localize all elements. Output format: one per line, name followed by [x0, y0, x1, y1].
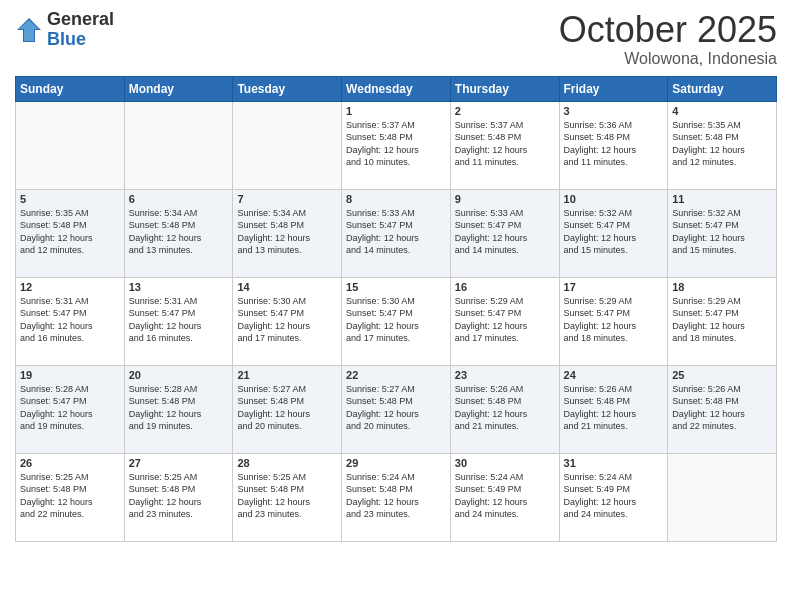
- day-info: Sunrise: 5:25 AMSunset: 5:48 PMDaylight:…: [129, 471, 229, 521]
- day-number: 27: [129, 457, 229, 469]
- day-info: Sunrise: 5:24 AMSunset: 5:49 PMDaylight:…: [455, 471, 555, 521]
- col-sunday: Sunday: [16, 76, 125, 101]
- calendar-cell: [16, 101, 125, 189]
- day-info: Sunrise: 5:35 AMSunset: 5:48 PMDaylight:…: [672, 119, 772, 169]
- day-number: 26: [20, 457, 120, 469]
- svg-marker-1: [19, 20, 39, 41]
- day-number: 10: [564, 193, 664, 205]
- day-info: Sunrise: 5:27 AMSunset: 5:48 PMDaylight:…: [346, 383, 446, 433]
- calendar-cell: 13Sunrise: 5:31 AMSunset: 5:47 PMDayligh…: [124, 277, 233, 365]
- calendar-cell: 30Sunrise: 5:24 AMSunset: 5:49 PMDayligh…: [450, 453, 559, 541]
- calendar-table: Sunday Monday Tuesday Wednesday Thursday…: [15, 76, 777, 542]
- logo-icon: [15, 16, 43, 44]
- day-number: 14: [237, 281, 337, 293]
- calendar-week-3: 12Sunrise: 5:31 AMSunset: 5:47 PMDayligh…: [16, 277, 777, 365]
- day-info: Sunrise: 5:26 AMSunset: 5:48 PMDaylight:…: [564, 383, 664, 433]
- calendar-cell: 7Sunrise: 5:34 AMSunset: 5:48 PMDaylight…: [233, 189, 342, 277]
- day-info: Sunrise: 5:26 AMSunset: 5:48 PMDaylight:…: [672, 383, 772, 433]
- col-wednesday: Wednesday: [342, 76, 451, 101]
- day-info: Sunrise: 5:37 AMSunset: 5:48 PMDaylight:…: [346, 119, 446, 169]
- calendar-cell: 11Sunrise: 5:32 AMSunset: 5:47 PMDayligh…: [668, 189, 777, 277]
- logo: General Blue: [15, 10, 114, 50]
- calendar-cell: 25Sunrise: 5:26 AMSunset: 5:48 PMDayligh…: [668, 365, 777, 453]
- day-number: 21: [237, 369, 337, 381]
- day-info: Sunrise: 5:29 AMSunset: 5:47 PMDaylight:…: [455, 295, 555, 345]
- calendar-cell: 3Sunrise: 5:36 AMSunset: 5:48 PMDaylight…: [559, 101, 668, 189]
- day-number: 2: [455, 105, 555, 117]
- day-info: Sunrise: 5:36 AMSunset: 5:48 PMDaylight:…: [564, 119, 664, 169]
- title-block: October 2025 Wolowona, Indonesia: [559, 10, 777, 68]
- day-number: 23: [455, 369, 555, 381]
- day-info: Sunrise: 5:30 AMSunset: 5:47 PMDaylight:…: [237, 295, 337, 345]
- day-number: 20: [129, 369, 229, 381]
- calendar-cell: 18Sunrise: 5:29 AMSunset: 5:47 PMDayligh…: [668, 277, 777, 365]
- day-info: Sunrise: 5:32 AMSunset: 5:47 PMDaylight:…: [564, 207, 664, 257]
- calendar-cell: 28Sunrise: 5:25 AMSunset: 5:48 PMDayligh…: [233, 453, 342, 541]
- day-info: Sunrise: 5:26 AMSunset: 5:48 PMDaylight:…: [455, 383, 555, 433]
- day-number: 9: [455, 193, 555, 205]
- day-info: Sunrise: 5:24 AMSunset: 5:49 PMDaylight:…: [564, 471, 664, 521]
- day-number: 7: [237, 193, 337, 205]
- day-number: 11: [672, 193, 772, 205]
- calendar-cell: 12Sunrise: 5:31 AMSunset: 5:47 PMDayligh…: [16, 277, 125, 365]
- location: Wolowona, Indonesia: [559, 50, 777, 68]
- day-info: Sunrise: 5:35 AMSunset: 5:48 PMDaylight:…: [20, 207, 120, 257]
- day-info: Sunrise: 5:31 AMSunset: 5:47 PMDaylight:…: [20, 295, 120, 345]
- calendar-cell: 26Sunrise: 5:25 AMSunset: 5:48 PMDayligh…: [16, 453, 125, 541]
- calendar-week-2: 5Sunrise: 5:35 AMSunset: 5:48 PMDaylight…: [16, 189, 777, 277]
- calendar-cell: 6Sunrise: 5:34 AMSunset: 5:48 PMDaylight…: [124, 189, 233, 277]
- day-info: Sunrise: 5:31 AMSunset: 5:47 PMDaylight:…: [129, 295, 229, 345]
- calendar-cell: 24Sunrise: 5:26 AMSunset: 5:48 PMDayligh…: [559, 365, 668, 453]
- col-monday: Monday: [124, 76, 233, 101]
- calendar-cell: 17Sunrise: 5:29 AMSunset: 5:47 PMDayligh…: [559, 277, 668, 365]
- calendar-cell: 21Sunrise: 5:27 AMSunset: 5:48 PMDayligh…: [233, 365, 342, 453]
- calendar-cell: 2Sunrise: 5:37 AMSunset: 5:48 PMDaylight…: [450, 101, 559, 189]
- day-info: Sunrise: 5:25 AMSunset: 5:48 PMDaylight:…: [20, 471, 120, 521]
- day-info: Sunrise: 5:33 AMSunset: 5:47 PMDaylight:…: [455, 207, 555, 257]
- col-tuesday: Tuesday: [233, 76, 342, 101]
- day-number: 6: [129, 193, 229, 205]
- page: General Blue October 2025 Wolowona, Indo…: [0, 0, 792, 612]
- day-info: Sunrise: 5:32 AMSunset: 5:47 PMDaylight:…: [672, 207, 772, 257]
- calendar-cell: 20Sunrise: 5:28 AMSunset: 5:48 PMDayligh…: [124, 365, 233, 453]
- day-number: 31: [564, 457, 664, 469]
- day-info: Sunrise: 5:34 AMSunset: 5:48 PMDaylight:…: [237, 207, 337, 257]
- calendar-cell: [233, 101, 342, 189]
- logo-general: General: [47, 10, 114, 30]
- month-title: October 2025: [559, 10, 777, 50]
- calendar-cell: 15Sunrise: 5:30 AMSunset: 5:47 PMDayligh…: [342, 277, 451, 365]
- day-info: Sunrise: 5:29 AMSunset: 5:47 PMDaylight:…: [672, 295, 772, 345]
- day-info: Sunrise: 5:25 AMSunset: 5:48 PMDaylight:…: [237, 471, 337, 521]
- day-info: Sunrise: 5:28 AMSunset: 5:47 PMDaylight:…: [20, 383, 120, 433]
- calendar-cell: 31Sunrise: 5:24 AMSunset: 5:49 PMDayligh…: [559, 453, 668, 541]
- day-number: 22: [346, 369, 446, 381]
- day-number: 18: [672, 281, 772, 293]
- calendar-cell: 10Sunrise: 5:32 AMSunset: 5:47 PMDayligh…: [559, 189, 668, 277]
- day-number: 1: [346, 105, 446, 117]
- day-number: 4: [672, 105, 772, 117]
- day-number: 15: [346, 281, 446, 293]
- calendar-week-4: 19Sunrise: 5:28 AMSunset: 5:47 PMDayligh…: [16, 365, 777, 453]
- day-info: Sunrise: 5:37 AMSunset: 5:48 PMDaylight:…: [455, 119, 555, 169]
- day-number: 28: [237, 457, 337, 469]
- day-number: 16: [455, 281, 555, 293]
- day-number: 19: [20, 369, 120, 381]
- day-number: 3: [564, 105, 664, 117]
- day-number: 24: [564, 369, 664, 381]
- day-number: 13: [129, 281, 229, 293]
- day-number: 30: [455, 457, 555, 469]
- calendar-cell: 4Sunrise: 5:35 AMSunset: 5:48 PMDaylight…: [668, 101, 777, 189]
- day-number: 8: [346, 193, 446, 205]
- day-number: 5: [20, 193, 120, 205]
- calendar-cell: 14Sunrise: 5:30 AMSunset: 5:47 PMDayligh…: [233, 277, 342, 365]
- day-number: 12: [20, 281, 120, 293]
- day-info: Sunrise: 5:29 AMSunset: 5:47 PMDaylight:…: [564, 295, 664, 345]
- calendar-cell: 22Sunrise: 5:27 AMSunset: 5:48 PMDayligh…: [342, 365, 451, 453]
- day-number: 29: [346, 457, 446, 469]
- day-info: Sunrise: 5:24 AMSunset: 5:48 PMDaylight:…: [346, 471, 446, 521]
- logo-text: General Blue: [47, 10, 114, 50]
- day-info: Sunrise: 5:28 AMSunset: 5:48 PMDaylight:…: [129, 383, 229, 433]
- col-friday: Friday: [559, 76, 668, 101]
- day-number: 25: [672, 369, 772, 381]
- day-info: Sunrise: 5:33 AMSunset: 5:47 PMDaylight:…: [346, 207, 446, 257]
